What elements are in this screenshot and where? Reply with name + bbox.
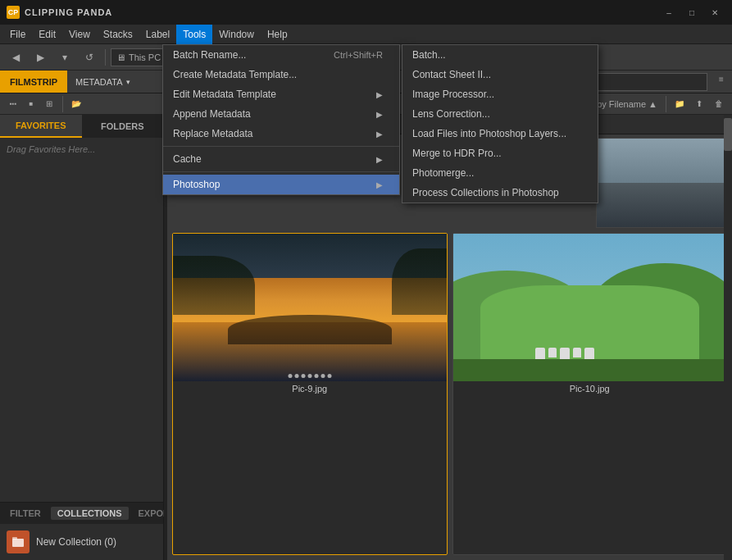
close-button[interactable]: ✕ — [704, 5, 725, 20]
folder-action-icon[interactable]: 📁 — [671, 96, 688, 112]
load-files-label: Load Files into Photoshop Layers... — [412, 128, 566, 139]
menu-tools[interactable]: Tools — [176, 25, 212, 44]
menu-window[interactable]: Window — [212, 25, 261, 44]
menu-bar: File Edit View Stacks Label Tools Window… — [0, 25, 732, 44]
menu-help[interactable]: Help — [261, 25, 294, 44]
photoshop-label: Photoshop — [173, 179, 220, 190]
sort-asc-icon: ▲ — [648, 99, 657, 109]
thumbnail-pic9[interactable]: Pic-9.jpg — [172, 233, 448, 555]
append-metadata-label: Append Metadata — [173, 108, 251, 120]
menu-file[interactable]: File — [3, 25, 32, 44]
menu-create-metadata[interactable]: Create Metadata Template... — [163, 65, 399, 84]
submenu-photomerge[interactable]: Photomerge... — [402, 163, 598, 183]
scrollbar-thumb[interactable] — [724, 118, 732, 151]
create-metadata-label: Create Metadata Template... — [173, 69, 297, 80]
collections-content: New Collection (0) — [0, 524, 163, 560]
svg-rect-0 — [12, 539, 24, 547]
panel-tabs: FAVORITES FOLDERS — [0, 115, 163, 138]
app-logo: CP — [7, 6, 20, 19]
append-metadata-arrow-icon: ▶ — [376, 110, 383, 119]
favorites-tab[interactable]: FAVORITES — [0, 115, 82, 138]
submenu-lens-correction[interactable]: Lens Correction... — [402, 104, 598, 124]
edit-metadata-arrow-icon: ▶ — [376, 90, 383, 99]
menu-edit-metadata[interactable]: Edit Metadata Template ▶ — [163, 84, 399, 104]
drag-hint: Drag Favorites Here... — [7, 144, 95, 154]
maximize-button[interactable]: □ — [681, 5, 702, 20]
upload-icon[interactable]: ⬆ — [691, 96, 707, 112]
separator-2 — [163, 171, 399, 172]
view-toggle-icon[interactable]: ⊞ — [41, 96, 57, 112]
toolbar-divider-1 — [105, 49, 106, 66]
menu-photoshop[interactable]: Photoshop ▶ — [163, 175, 399, 194]
submenu-image-processor[interactable]: Image Processor... — [402, 84, 598, 104]
back-button[interactable]: ◀ — [5, 48, 26, 67]
hills-image — [453, 234, 727, 381]
merge-hdr-label: Merge to HDR Pro... — [412, 148, 502, 159]
sort-divider-2 — [666, 96, 666, 112]
forward-button[interactable]: ▶ — [30, 48, 51, 67]
content-grid: Pic-9.jpg — [167, 228, 732, 560]
submenu-process-collections[interactable]: Process Collections in Photoshop — [402, 183, 598, 203]
trash-icon[interactable]: 🗑 — [711, 96, 727, 112]
lens-correction-label: Lens Correction... — [412, 108, 490, 120]
bottom-panel-tabs: FILTER COLLECTIONS EXPORT — [0, 503, 163, 524]
edit-metadata-label: Edit Metadata Template — [173, 89, 276, 100]
menu-edit[interactable]: Edit — [32, 25, 62, 44]
folders-tab[interactable]: FOLDERS — [82, 115, 164, 138]
tab-filmstrip[interactable]: FILMSTRIP — [0, 71, 67, 93]
thumbnail-small-icon[interactable]: ▪▪▪ — [5, 96, 21, 112]
sort-divider — [62, 96, 63, 112]
tab-metadata[interactable]: METADATA ▾ — [67, 71, 138, 93]
photoshop-submenu: Batch... Contact Sheet II... Image Proce… — [402, 44, 598, 203]
menu-append-metadata[interactable]: Append Metadata ▶ — [163, 104, 399, 124]
menu-cache[interactable]: Cache ▶ — [163, 149, 399, 169]
separator-1 — [163, 146, 399, 147]
title-bar: CP CLIPPING PANDA – □ ✕ — [0, 0, 732, 25]
submenu-contact-sheet[interactable]: Contact Sheet II... — [402, 65, 598, 84]
collection-folder-icon — [11, 535, 25, 549]
menu-batch-rename[interactable]: Batch Rename... Ctrl+Shift+R — [163, 45, 399, 65]
vertical-scrollbar[interactable] — [724, 115, 732, 560]
replace-metadata-arrow-icon: ▶ — [376, 130, 383, 139]
submenu-merge-hdr[interactable]: Merge to HDR Pro... — [402, 143, 598, 163]
folder-new-icon[interactable]: 📂 — [68, 96, 84, 112]
sort-icons: ▪▪▪ ■ ⊞ — [5, 96, 57, 112]
menu-stacks[interactable]: Stacks — [97, 25, 139, 44]
dropdown-button[interactable]: ▾ — [54, 48, 75, 67]
computer-icon: 🖥 — [116, 52, 125, 62]
more-options-icon[interactable]: ≡ — [713, 71, 730, 87]
batch-label: Batch... — [412, 49, 446, 61]
tools-dropdown-menu: Batch Rename... Ctrl+Shift+R Create Meta… — [162, 44, 400, 195]
thumbnail-pic10[interactable]: Pic-10.jpg — [452, 233, 728, 555]
top-thumbnail — [596, 138, 727, 228]
menu-label[interactable]: Label — [139, 25, 176, 44]
process-collections-label: Process Collections in Photoshop — [412, 187, 559, 198]
image-processor-label: Image Processor... — [412, 89, 494, 100]
minimize-button[interactable]: – — [658, 5, 680, 20]
menu-view[interactable]: View — [62, 25, 97, 44]
filter-tab[interactable]: FILTER — [3, 507, 48, 520]
collection-label: New Collection (0) — [36, 536, 116, 548]
pic9-label: Pic-9.jpg — [173, 381, 447, 396]
cache-label: Cache — [173, 153, 202, 165]
refresh-button[interactable]: ↺ — [79, 48, 100, 67]
menu-replace-metadata[interactable]: Replace Metadata ▶ — [163, 124, 399, 143]
metadata-arrow-icon: ▾ — [126, 78, 130, 86]
app-title: CLIPPING PANDA — [25, 7, 653, 17]
collections-tab[interactable]: COLLECTIONS — [51, 507, 129, 520]
submenu-batch[interactable]: Batch... — [402, 45, 598, 65]
favorites-area: Drag Favorites Here... — [0, 138, 163, 161]
thumbnail-large-icon[interactable]: ■ — [23, 96, 39, 112]
boat-image — [173, 234, 447, 381]
svg-rect-1 — [12, 537, 17, 540]
left-panel-bottom — [0, 161, 163, 502]
submenu-load-files[interactable]: Load Files into Photoshop Layers... — [402, 124, 598, 143]
collection-icon — [7, 530, 30, 553]
filmstrip-label: FILMSTRIP — [10, 77, 57, 87]
cache-arrow-icon: ▶ — [376, 155, 383, 164]
replace-metadata-label: Replace Metadata — [173, 128, 252, 139]
batch-rename-label: Batch Rename... — [173, 49, 246, 61]
left-panel: FAVORITES FOLDERS Drag Favorites Here...… — [0, 115, 164, 560]
contact-sheet-label: Contact Sheet II... — [412, 69, 491, 80]
window-controls: – □ ✕ — [658, 5, 725, 20]
